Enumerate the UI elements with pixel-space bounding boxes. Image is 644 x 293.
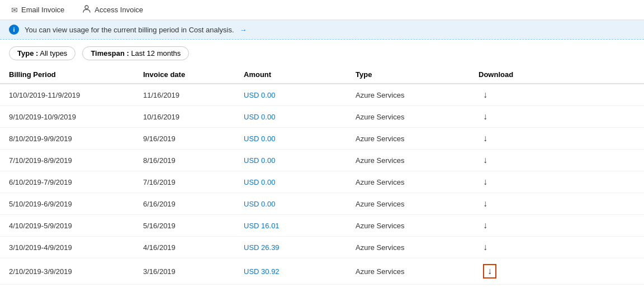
type-cell: Azure Services — [347, 258, 470, 285]
table-row: 3/10/2019-4/9/20194/16/2019USD 26.39Azur… — [0, 237, 644, 258]
billing-period-cell: 3/10/2019-4/9/2019 — [0, 237, 134, 258]
billing-period-cell: 1/10/2019-2/9/2019 — [0, 285, 134, 294]
type-label-text: Type : — [17, 49, 38, 57]
table-row: 4/10/2019-5/9/20195/16/2019USD 16.01Azur… — [0, 215, 644, 237]
amount-cell: USD 30.92 — [235, 258, 347, 285]
billing-period-cell: 5/10/2019-6/9/2019 — [0, 193, 134, 215]
amount-link[interactable]: USD 16.01 — [244, 222, 280, 230]
amount-link[interactable]: USD 0.00 — [244, 135, 275, 143]
amount-link[interactable]: USD 0.00 — [244, 178, 275, 186]
download-button[interactable]: ↓ — [479, 198, 492, 210]
download-cell: ↓ — [470, 84, 644, 106]
email-invoice-button[interactable]: ✉ Email Invoice — [9, 4, 67, 16]
table-row: 2/10/2019-3/9/20193/16/2019USD 30.92Azur… — [0, 258, 644, 285]
download-cell: ↓ — [470, 215, 644, 237]
filters-bar: Type : All types Timespan : Last 12 mont… — [0, 40, 644, 66]
person-icon — [82, 4, 91, 15]
billing-period-cell: 9/10/2019-10/9/2019 — [0, 106, 134, 128]
download-button[interactable]: ↓ — [479, 241, 492, 253]
billing-period-cell: 7/10/2019-8/9/2019 — [0, 150, 134, 171]
amount-cell: USD 16.01 — [235, 215, 347, 237]
billing-period-header: Billing Period — [0, 66, 134, 84]
amount-cell: USD 32.79 — [235, 285, 347, 294]
invoice-date-cell: 9/16/2019 — [134, 128, 235, 150]
type-cell: Azure Services — [347, 171, 470, 193]
info-icon: i — [9, 25, 19, 35]
table-row: 6/10/2019-7/9/20197/16/2019USD 0.00Azure… — [0, 171, 644, 193]
banner-link[interactable]: → — [240, 26, 247, 34]
download-button[interactable]: ↓ — [479, 89, 492, 101]
billing-period-cell: 2/10/2019-3/9/2019 — [0, 258, 134, 285]
billing-period-cell: 4/10/2019-5/9/2019 — [0, 215, 134, 237]
amount-link[interactable]: USD 0.00 — [244, 91, 275, 99]
invoice-table: Billing Period Invoice date Amount Type … — [0, 66, 644, 293]
download-cell: ↓ — [470, 237, 644, 258]
download-cell: ↓ — [470, 106, 644, 128]
invoice-date-cell: 3/16/2019 — [134, 258, 235, 285]
billing-period-cell: 8/10/2019-9/9/2019 — [0, 128, 134, 150]
table-row: 5/10/2019-6/9/20196/16/2019USD 0.00Azure… — [0, 193, 644, 215]
amount-cell: USD 0.00 — [235, 128, 347, 150]
invoice-date-cell: 2/16/2019 — [134, 285, 235, 294]
table-header-row: Billing Period Invoice date Amount Type … — [0, 66, 644, 84]
invoice-date-cell: 6/16/2019 — [134, 193, 235, 215]
amount-cell: USD 0.00 — [235, 150, 347, 171]
download-button[interactable]: ↓ — [479, 111, 492, 123]
svg-point-0 — [85, 6, 88, 9]
download-cell: ↓ — [470, 171, 644, 193]
amount-cell: USD 0.00 — [235, 193, 347, 215]
type-cell: Azure Services — [347, 285, 470, 294]
invoice-date-cell: 4/16/2019 — [134, 237, 235, 258]
download-cell: ↓ — [470, 128, 644, 150]
amount-link[interactable]: USD 0.00 — [244, 113, 275, 121]
download-button[interactable]: ↓ — [479, 263, 501, 280]
table-row: 9/10/2019-10/9/201910/16/2019USD 0.00Azu… — [0, 106, 644, 128]
type-cell: Azure Services — [347, 237, 470, 258]
amount-link[interactable]: USD 26.39 — [244, 243, 280, 252]
type-header: Type — [347, 66, 470, 84]
access-invoice-label: Access Invoice — [94, 6, 143, 14]
download-cell: ↓ — [470, 285, 644, 294]
toolbar: ✉ Email Invoice Access Invoice — [0, 0, 644, 20]
type-value-text: All types — [40, 49, 67, 57]
download-cell: ↓ — [470, 193, 644, 215]
amount-cell: USD 0.00 — [235, 171, 347, 193]
amount-link[interactable]: USD 0.00 — [244, 156, 275, 165]
type-cell: Azure Services — [347, 150, 470, 171]
email-invoice-label: Email Invoice — [21, 6, 64, 14]
download-header: Download — [470, 66, 644, 84]
type-filter[interactable]: Type : All types — [9, 46, 75, 60]
download-highlighted-wrapper: ↓ — [483, 264, 496, 278]
amount-cell: USD 0.00 — [235, 84, 347, 106]
timespan-label-text: Timespan : — [91, 49, 129, 57]
timespan-filter[interactable]: Timespan : Last 12 months — [82, 46, 189, 60]
type-cell: Azure Services — [347, 106, 470, 128]
download-button[interactable]: ↓ — [479, 219, 492, 232]
timespan-filter-label: Timespan : Last 12 months — [91, 49, 181, 57]
banner-message: You can view usage for the current billi… — [25, 26, 234, 34]
amount-header: Amount — [235, 66, 347, 84]
timespan-value-text: Last 12 months — [131, 49, 181, 57]
download-button[interactable]: ↓ — [479, 289, 492, 293]
access-invoice-button[interactable]: Access Invoice — [80, 3, 145, 16]
type-filter-label: Type : All types — [17, 49, 67, 57]
amount-link[interactable]: USD 32.79 — [244, 291, 280, 294]
table-row: 1/10/2019-2/9/20192/16/2019USD 32.79Azur… — [0, 285, 644, 294]
type-cell: Azure Services — [347, 193, 470, 215]
amount-link[interactable]: USD 30.92 — [244, 267, 280, 276]
invoice-date-cell: 5/16/2019 — [134, 215, 235, 237]
table-row: 7/10/2019-8/9/20198/16/2019USD 0.00Azure… — [0, 150, 644, 171]
invoice-date-cell: 8/16/2019 — [134, 150, 235, 171]
invoice-date-header: Invoice date — [134, 66, 235, 84]
amount-link[interactable]: USD 0.00 — [244, 200, 275, 208]
type-cell: Azure Services — [347, 215, 470, 237]
download-button[interactable]: ↓ — [479, 176, 492, 188]
amount-cell: USD 26.39 — [235, 237, 347, 258]
download-button[interactable]: ↓ — [479, 132, 492, 145]
type-cell: Azure Services — [347, 128, 470, 150]
amount-cell: USD 0.00 — [235, 106, 347, 128]
invoice-date-cell: 11/16/2019 — [134, 84, 235, 106]
table-row: 10/10/2019-11/9/201911/16/2019USD 0.00Az… — [0, 84, 644, 106]
download-button[interactable]: ↓ — [479, 154, 492, 166]
type-cell: Azure Services — [347, 84, 470, 106]
